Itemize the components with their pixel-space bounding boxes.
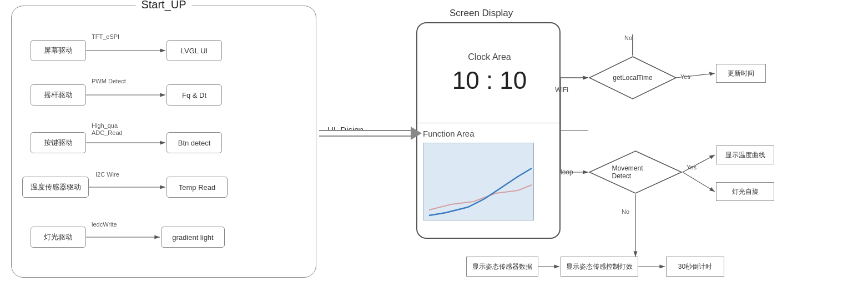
output-temp: Temp Read: [166, 177, 228, 198]
output-btn: Btn detect: [166, 132, 222, 153]
movement-detect-diamond: Movement Detect: [588, 150, 683, 194]
ui-disign-label: UI_Disign: [327, 125, 364, 134]
no-label-top: No: [624, 34, 632, 41]
diagram: Start_UP 屏幕驱动 TFT_eSPI LVGL UI 摇杆驱动 PWM …: [0, 0, 868, 286]
yes-label-move: Yes: [687, 164, 697, 170]
show-temp-curve-box: 显示温度曲线: [716, 145, 774, 164]
screen-display-title: Screen Display: [450, 8, 513, 19]
countdown-box: 30秒倒计时: [666, 257, 724, 277]
update-time-box: 更新时间: [716, 64, 766, 83]
driver-joystick: 摇杆驱动: [31, 84, 86, 106]
arrow-label-ledc: ledcWrite: [92, 221, 117, 228]
show-posture-box: 显示姿态传感器数据: [466, 257, 538, 277]
chart-box: [423, 143, 534, 220]
driver-temp: 温度传感器驱动: [22, 177, 89, 198]
arrow-label-pwm: PWM Detect: [92, 78, 126, 84]
yes-label-get: Yes: [680, 73, 690, 80]
wifi-label: WiFi: [555, 86, 568, 94]
clock-area: Clock Area 10 : 10: [417, 23, 561, 123]
screen-display-box: Clock Area 10 : 10 Function Area: [416, 22, 561, 239]
posture-control-light-box: 显示姿态传感控制灯效: [561, 257, 638, 277]
clock-time: 10 : 10: [452, 67, 527, 94]
arrow-label-adc: ADC_Read: [92, 129, 123, 136]
arrow-label-tft: TFT_eSPI: [92, 33, 119, 40]
startup-title: Start_UP: [135, 0, 191, 11]
output-lvgl: LVGL UI: [166, 40, 222, 61]
clock-area-label: Clock Area: [468, 52, 511, 62]
output-fq: Fq & Dt: [166, 84, 222, 106]
function-area-label: Function Area: [423, 129, 475, 138]
driver-button: 按键驱动: [31, 132, 86, 153]
light-rotate-box: 灯光自旋: [716, 182, 774, 201]
function-area: Function Area: [417, 123, 561, 239]
loop-label: loop: [561, 168, 573, 176]
arrow-label-high-qua: High_qua: [92, 122, 118, 129]
movement-detect-label: Movement Detect: [612, 164, 659, 180]
svg-line-21: [683, 172, 715, 192]
output-gradient: gradient light: [161, 227, 225, 248]
get-local-time-diamond: getLocalTime: [588, 56, 677, 100]
driver-led: 灯光驱动: [31, 227, 86, 248]
no-label-bottom: No: [622, 208, 629, 215]
get-local-time-label: getLocalTime: [613, 74, 653, 82]
driver-screen: 屏幕驱动: [31, 40, 86, 61]
arrow-label-i2c: I2C Wire: [95, 171, 119, 178]
